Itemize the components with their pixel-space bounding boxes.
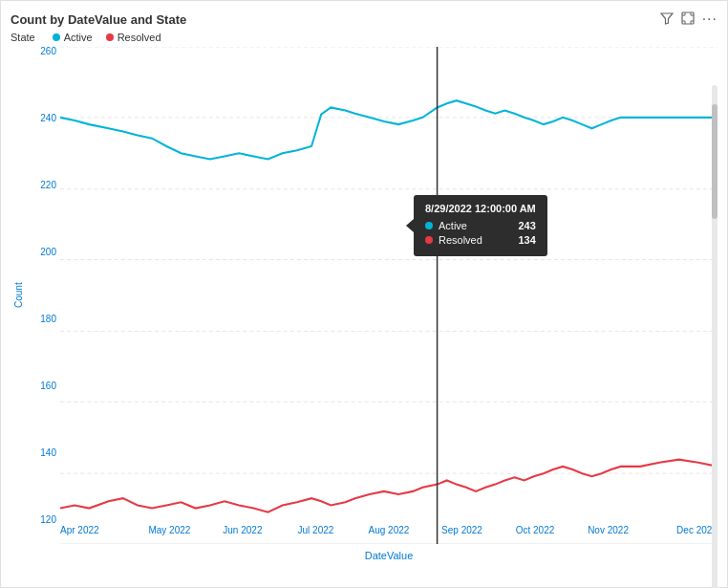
y-axis-label: Count (11, 47, 26, 544)
y-tick-260: 260 (26, 47, 56, 56)
chart-area: Count 260 240 220 200 180 160 140 120 (11, 47, 717, 544)
y-tick-240: 240 (26, 114, 56, 123)
active-dot (53, 33, 60, 41)
legend-item-resolved: Resolved (106, 32, 161, 43)
x-tick-jun: Jun 2022 (206, 525, 279, 535)
x-axis: Apr 2022 May 2022 Jun 2022 Jul 2022 Aug … (60, 525, 717, 544)
x-tick-sep: Sep 2022 (426, 525, 499, 535)
x-tick-oct: Oct 2022 (499, 525, 571, 535)
filter-icon[interactable] (660, 11, 674, 28)
chart-title: Count by DateValue and State (11, 12, 186, 27)
legend-item-active: Active (53, 32, 93, 43)
y-axis: 260 240 220 200 180 160 140 120 (26, 47, 60, 544)
y-tick-140: 140 (26, 448, 56, 458)
x-tick-apr: Apr 2022 (60, 525, 133, 535)
x-tick-may: May 2022 (134, 525, 206, 535)
x-axis-label: DateValue (365, 550, 414, 561)
legend-prefix: State (11, 32, 35, 43)
x-tick-aug: Aug 2022 (353, 525, 425, 535)
more-options-icon[interactable]: ··· (702, 11, 717, 28)
chart-header: Count by DateValue and State ··· (11, 11, 717, 28)
chart-legend: State Active Resolved (11, 32, 717, 43)
expand-icon[interactable] (681, 11, 695, 28)
active-line (60, 100, 717, 159)
scrollbar[interactable] (712, 85, 717, 588)
chart-toolbar: ··· (660, 11, 717, 28)
x-tick-dec: Dec 2022 (645, 525, 717, 535)
x-tick-jul: Jul 2022 (280, 525, 353, 535)
y-tick-160: 160 (26, 381, 56, 391)
y-tick-220: 220 (26, 181, 56, 190)
legend-active-label: Active (64, 32, 93, 43)
legend-resolved-label: Resolved (118, 32, 161, 43)
y-tick-180: 180 (26, 315, 56, 324)
svg-rect-0 (682, 12, 694, 24)
plot-area[interactable]: 8/29/2022 12:00:00 AM Active 243 Resolve… (60, 47, 717, 544)
resolved-line (60, 460, 717, 512)
y-tick-200: 200 (26, 248, 56, 257)
y-tick-120: 120 (26, 515, 56, 525)
x-tick-nov: Nov 2022 (572, 525, 645, 535)
chart-svg (60, 47, 717, 544)
chart-container: Count by DateValue and State ··· State A… (0, 0, 728, 588)
scrollbar-thumb[interactable] (712, 104, 717, 219)
resolved-dot (106, 33, 114, 41)
